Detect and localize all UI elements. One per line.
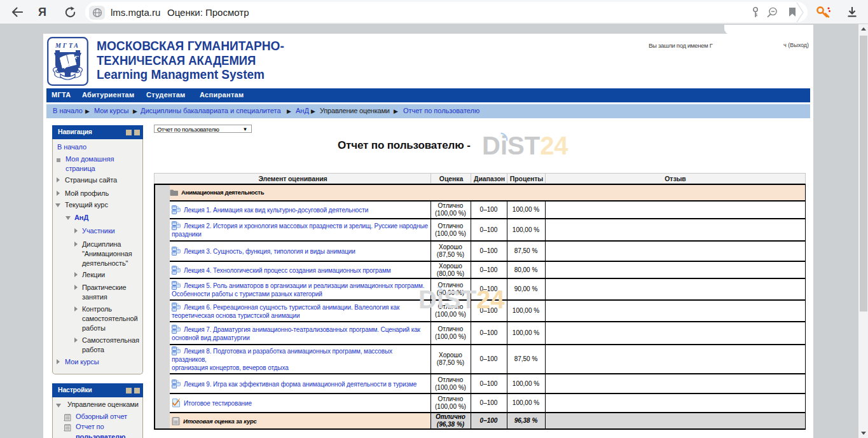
- svg-text:МГТА: МГТА: [55, 42, 80, 49]
